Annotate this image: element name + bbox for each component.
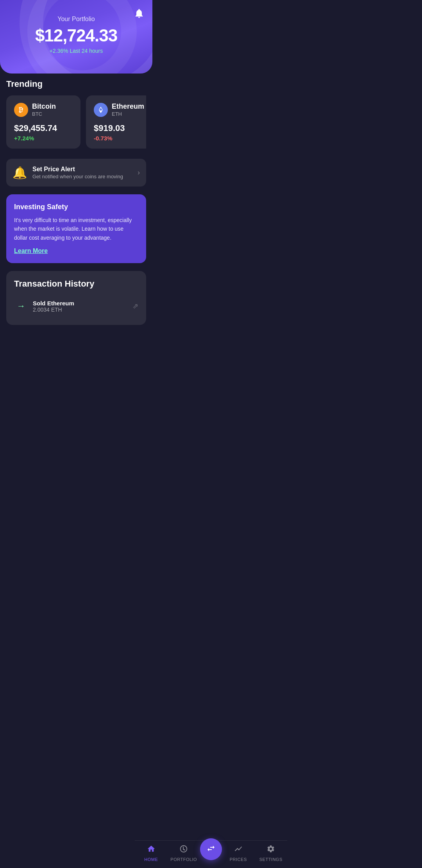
notification-button[interactable] bbox=[134, 8, 145, 20]
ethereum-card[interactable]: Ethereum ETH $919.03 -0.73% bbox=[86, 95, 146, 149]
price-alert-banner[interactable]: 🔔 Set Price Alert Get notified when your… bbox=[6, 159, 146, 187]
transaction-history-title: Transaction History bbox=[14, 279, 138, 289]
learn-more-button[interactable]: Learn More bbox=[14, 247, 48, 255]
tx-amount: 2.0034 ETH bbox=[33, 307, 128, 313]
btc-name: Bitcoin bbox=[32, 102, 56, 111]
transaction-item[interactable]: → Sold Ethereum 2.0034 ETH ⇗ bbox=[14, 295, 138, 317]
eth-symbol: ETH bbox=[112, 111, 144, 117]
btc-icon bbox=[14, 103, 28, 117]
eth-name: Ethereum bbox=[112, 102, 144, 111]
eth-icon bbox=[94, 103, 108, 117]
main-content: Trending Bitcoin BTC $29,455.74 +7.24% bbox=[0, 70, 152, 369]
portfolio-header: Your Portfolio $12,724.33 +2.36% Last 24… bbox=[0, 0, 152, 74]
trending-title: Trending bbox=[6, 79, 146, 89]
portfolio-change: +2.36% Last 24 hours bbox=[8, 48, 145, 54]
tx-arrow-icon: → bbox=[14, 299, 28, 313]
transaction-history-section: Transaction History → Sold Ethereum 2.00… bbox=[6, 271, 146, 325]
chevron-right-icon: › bbox=[138, 169, 140, 177]
portfolio-label: Your Portfolio bbox=[8, 16, 145, 23]
tx-action: Sold Ethereum bbox=[33, 300, 128, 307]
tx-detail-icon: ⇗ bbox=[132, 302, 138, 310]
safety-title: Investing Safety bbox=[14, 203, 138, 211]
btc-symbol: BTC bbox=[32, 111, 56, 117]
alert-title: Set Price Alert bbox=[32, 166, 132, 173]
bell-icon bbox=[134, 8, 145, 19]
eth-change: -0.73% bbox=[94, 135, 146, 142]
bitcoin-card[interactable]: Bitcoin BTC $29,455.74 +7.24% bbox=[6, 95, 80, 149]
eth-price: $919.03 bbox=[94, 123, 146, 133]
portfolio-value: $12,724.33 bbox=[8, 26, 145, 45]
btc-price: $29,455.74 bbox=[14, 123, 73, 133]
alert-bell-icon: 🔔 bbox=[13, 166, 27, 179]
trending-scroll: Bitcoin BTC $29,455.74 +7.24% Ethereum E… bbox=[6, 95, 146, 151]
investing-safety-card: Investing Safety It's very difficult to … bbox=[6, 194, 146, 263]
alert-subtitle: Get notified when your coins are moving bbox=[32, 174, 132, 179]
btc-change: +7.24% bbox=[14, 135, 73, 142]
safety-body: It's very difficult to time an investmen… bbox=[14, 216, 138, 242]
